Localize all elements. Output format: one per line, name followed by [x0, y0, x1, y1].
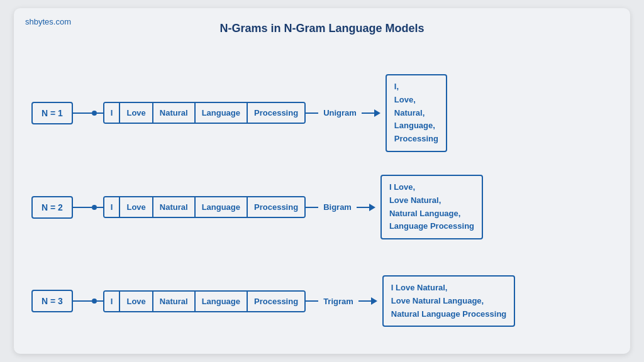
connector-line	[97, 112, 103, 114]
arrow-icon	[371, 297, 377, 305]
word-cell: Processing	[248, 103, 304, 123]
result-box-bigram: I Love,Love Natural,Natural Language,Lan…	[380, 175, 483, 239]
connector-dot	[92, 111, 97, 116]
word-cell: I	[104, 197, 121, 217]
word-cell: Love	[120, 292, 153, 311]
word-cell: Language	[196, 103, 248, 123]
word-cell: Natural	[153, 103, 196, 123]
arrow-icon	[369, 204, 375, 211]
word-cell: Language	[196, 292, 248, 311]
n-label-unigram: N = 1	[31, 102, 73, 124]
diagram-container: shbytes.com N-Grams in N-Gram Language M…	[14, 8, 630, 354]
word-cell: I	[104, 103, 121, 123]
gram-label-trigram: Trigram	[323, 297, 353, 306]
word-cell: I	[104, 292, 121, 311]
connector-line	[306, 112, 318, 114]
word-cell: Natural	[153, 197, 196, 217]
gram-label-unigram: Unigram	[323, 108, 357, 118]
word-cell: Love	[120, 197, 153, 217]
arrow-icon	[374, 109, 380, 117]
connector-dot	[92, 299, 97, 304]
n-label-trigram: N = 3	[31, 290, 73, 312]
connector-line	[358, 300, 371, 302]
word-boxes-unigram: ILoveNaturalLanguageProcessing	[103, 102, 306, 124]
word-boxes-trigram: ILoveNaturalLanguageProcessing	[103, 290, 306, 312]
connector-dot	[92, 205, 97, 210]
row-trigram: N = 3ILoveNaturalLanguageProcessingTrigr…	[31, 275, 618, 327]
connector-line	[306, 300, 318, 302]
word-cell: Processing	[248, 197, 304, 217]
connector-line	[357, 207, 369, 208]
n-label-bigram: N = 2	[31, 196, 73, 219]
row-unigram: N = 1ILoveNaturalLanguageProcessingUnigr…	[31, 74, 618, 152]
row-bigram: N = 2ILoveNaturalLanguageProcessingBigra…	[31, 175, 618, 239]
word-cell: Language	[196, 197, 248, 217]
connector-line	[306, 207, 318, 208]
word-cell: Processing	[248, 292, 304, 311]
connector-line	[73, 207, 92, 208]
word-boxes-bigram: ILoveNaturalLanguageProcessing	[103, 196, 306, 218]
word-cell: Natural	[153, 292, 196, 311]
gram-label-bigram: Bigram	[323, 202, 352, 212]
connector-line	[73, 300, 92, 302]
result-box-trigram: I Love Natural,Love Natural Language,Nat…	[382, 275, 516, 327]
connector-line	[97, 207, 103, 208]
result-box-unigram: I,Love,Natural,Language,Processing	[386, 74, 447, 152]
connector-line	[97, 300, 103, 302]
word-cell: Love	[120, 103, 153, 123]
connector-line	[362, 112, 374, 114]
page-title: N-Grams in N-Gram Language Models	[14, 22, 630, 35]
connector-line	[73, 112, 92, 114]
